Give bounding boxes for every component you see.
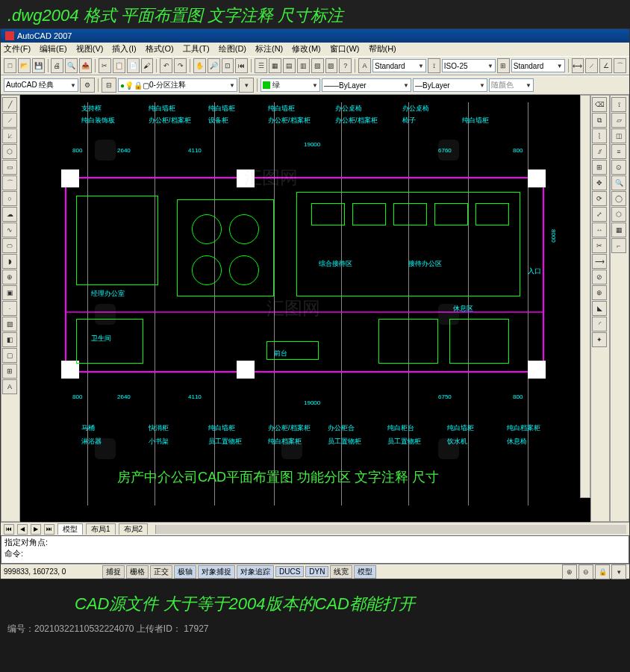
tab-last-icon[interactable]: ⏭ <box>44 524 54 535</box>
drawing-canvas[interactable]: 支持框 纯白墙柜 纯白墙柜 纯白墙柜 办公桌椅 办公桌椅 纯白装饰板 办公柜/档… <box>20 95 590 522</box>
gradient-icon[interactable]: ◧ <box>2 332 17 347</box>
tab-first-icon[interactable]: ⏮ <box>4 524 14 535</box>
plotstyle-select[interactable]: 随颜色 <box>489 78 534 92</box>
save-icon[interactable]: 💾 <box>32 58 45 73</box>
point-icon[interactable]: · <box>2 301 17 316</box>
linetype-select[interactable]: —— ByLayer <box>322 78 411 92</box>
preview-icon[interactable]: 🔍 <box>65 58 78 73</box>
region-icon[interactable]: ▢ <box>2 348 17 363</box>
list-icon[interactable]: ≡ <box>611 144 626 159</box>
annoscale-icon[interactable]: ⊕ <box>562 564 577 579</box>
layer-state-icon[interactable]: ▾ <box>239 78 254 93</box>
menu-format[interactable]: 格式(O) <box>146 43 174 55</box>
fillet-icon[interactable]: ◜ <box>592 317 607 332</box>
dim-arc-icon[interactable]: ⌒ <box>614 58 626 73</box>
otrack-toggle[interactable]: 对象追踪 <box>237 565 274 579</box>
dim-angle-icon[interactable]: ∠ <box>599 58 612 73</box>
explode-icon[interactable]: ✦ <box>592 332 607 347</box>
zoom-icon[interactable]: 🔎 <box>208 58 220 73</box>
revcloud-icon[interactable]: ☁ <box>2 207 17 222</box>
tab-model[interactable]: 模型 <box>57 523 83 535</box>
zoomwin-icon[interactable]: ⊡ <box>222 58 234 73</box>
dim-linear-icon[interactable]: ⟷ <box>572 58 584 73</box>
rotate-icon[interactable]: ⟳ <box>592 191 607 206</box>
tab-layout1[interactable]: 布局1 <box>86 523 116 535</box>
lwt-toggle[interactable]: 线宽 <box>330 565 352 579</box>
osnap-toggle[interactable]: 对象捕捉 <box>198 565 235 579</box>
xline-icon[interactable]: ⟋ <box>2 113 17 128</box>
dim-aligned-icon[interactable]: ⟋ <box>585 58 598 73</box>
line-icon[interactable]: ╱ <box>2 97 17 112</box>
tab-next-icon[interactable]: ▶ <box>31 524 41 535</box>
menu-view[interactable]: 视图(V) <box>76 43 104 55</box>
table-icon[interactable]: ⊞ <box>2 364 17 379</box>
polygon-icon[interactable]: ⬡ <box>2 144 17 159</box>
sheet-icon[interactable]: ▥ <box>297 58 310 73</box>
workspace-select[interactable]: AutoCAD 经典 <box>4 78 78 92</box>
lock-icon[interactable]: 🔒 <box>595 564 610 579</box>
menu-file[interactable]: 文件(F) <box>4 43 31 55</box>
menu-modify[interactable]: 修改(M) <box>292 43 321 55</box>
menu-help[interactable]: 帮助(H) <box>369 43 396 55</box>
markup-icon[interactable]: ▧ <box>311 58 324 73</box>
ducs-toggle[interactable]: DUCS <box>275 566 304 577</box>
lineweight-select[interactable]: — ByLayer <box>413 78 487 92</box>
trim-icon[interactable]: ✂ <box>592 238 607 253</box>
spline-icon[interactable]: ∿ <box>2 223 17 237</box>
id-icon[interactable]: ⊙ <box>611 160 626 175</box>
menu-dim[interactable]: 标注(N) <box>255 43 283 55</box>
open-icon[interactable]: 📂 <box>18 58 31 73</box>
dyn-toggle[interactable]: DYN <box>305 566 328 577</box>
table-style-select[interactable]: Standard <box>511 59 565 72</box>
3dorbit-icon[interactable]: ⬡ <box>611 207 626 222</box>
zoomprev-icon[interactable]: ⏮ <box>235 58 248 73</box>
array-icon[interactable]: ⊞ <box>592 160 607 175</box>
polar-toggle[interactable]: 极轴 <box>174 565 196 579</box>
color-select[interactable]: 绿 <box>261 78 320 92</box>
tab-prev-icon[interactable]: ◀ <box>17 524 28 535</box>
extend-icon[interactable]: ⟶ <box>592 254 607 269</box>
menu-edit[interactable]: 编辑(E) <box>40 43 67 55</box>
match-icon[interactable]: 🖌 <box>141 58 154 73</box>
copy2-icon[interactable]: ⧉ <box>592 113 607 128</box>
vscroll[interactable] <box>580 95 590 498</box>
grid-toggle[interactable]: 栅格 <box>126 565 149 579</box>
ellipsearc-icon[interactable]: ◗ <box>2 254 17 269</box>
copy-icon[interactable]: 📋 <box>113 58 125 73</box>
dimstyle-icon[interactable]: ⟟ <box>428 58 440 73</box>
scale-icon[interactable]: ⤢ <box>592 207 607 222</box>
ucs-icon[interactable]: ⌐ <box>611 238 626 253</box>
paste-icon[interactable]: 📄 <box>127 58 140 73</box>
menu-insert[interactable]: 插入(I) <box>112 43 136 55</box>
mirror-icon[interactable]: ⦚ <box>592 128 607 143</box>
print-icon[interactable]: 🖨 <box>51 58 63 73</box>
redo-icon[interactable]: ↷ <box>174 58 187 73</box>
textstyle-icon[interactable]: A <box>358 58 371 73</box>
pline-icon[interactable]: ⟀ <box>2 128 17 143</box>
offset-icon[interactable]: ⫽ <box>592 144 607 159</box>
pan-icon[interactable]: ✋ <box>193 58 206 73</box>
cut-icon[interactable]: ✂ <box>99 58 111 73</box>
stretch-icon[interactable]: ↔ <box>592 223 607 237</box>
ws-settings-icon[interactable]: ⚙ <box>80 78 95 93</box>
properties-icon[interactable]: ☰ <box>255 58 267 73</box>
help-icon[interactable]: ? <box>339 58 352 73</box>
ortho-toggle[interactable]: 正交 <box>150 565 172 579</box>
calc-icon[interactable]: ▨ <box>325 58 338 73</box>
snap-toggle[interactable]: 捕捉 <box>102 565 125 579</box>
mtext-icon[interactable]: A <box>2 379 17 394</box>
view2-icon[interactable]: ▦ <box>611 223 626 237</box>
undo-icon[interactable]: ↶ <box>160 58 172 73</box>
model-toggle[interactable]: 模型 <box>354 565 376 579</box>
area-icon[interactable]: ▱ <box>611 113 626 128</box>
tab-layout2[interactable]: 布局2 <box>119 523 149 535</box>
menu-window[interactable]: 窗口(W) <box>330 43 360 55</box>
tray-icon[interactable]: ▾ <box>611 564 626 579</box>
block-icon[interactable]: ▣ <box>2 285 17 300</box>
layer-select[interactable]: ●💡🔒▢ 0-分区注释 <box>118 78 237 92</box>
publish-icon[interactable]: 📤 <box>79 58 92 73</box>
region2-icon[interactable]: ◫ <box>611 128 626 143</box>
rect-icon[interactable]: ▭ <box>2 160 17 175</box>
insert-icon[interactable]: ⊕ <box>2 270 17 284</box>
zoom2-icon[interactable]: 🔍 <box>611 175 626 190</box>
